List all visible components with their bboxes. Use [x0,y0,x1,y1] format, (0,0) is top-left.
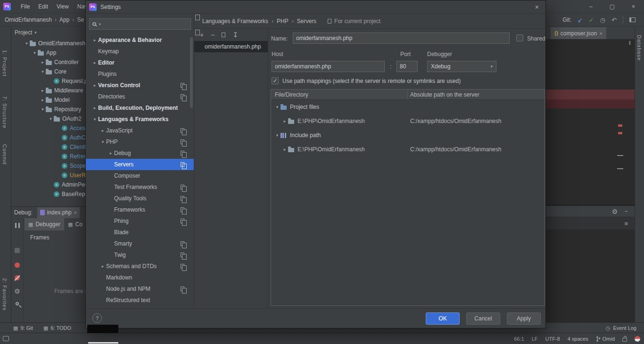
tree-arrow-icon[interactable]: ▸ [91,60,98,65]
tree-arrow-icon[interactable]: ▾ [32,50,38,55]
mapping-table-row[interactable]: ▸E:\PHP\OmidErfanmaneshC:/xampp/htdocs/O… [271,114,545,128]
tree-arrow-icon[interactable]: ▸ [99,128,106,133]
mapping-table-row[interactable]: ▾Project files [271,100,545,114]
remove-server-button[interactable]: − [211,31,215,39]
tree-arrow-icon[interactable]: ▾ [40,107,46,112]
project-tree-item[interactable]: ▾Repository [11,105,85,114]
rollback-icon[interactable]: ↶ [611,16,617,24]
close-icon[interactable]: × [599,31,602,36]
error-stripe-mark[interactable] [618,124,622,127]
project-tree-item[interactable]: cAuthCod [11,133,85,142]
scrollbar-thumb[interactable] [190,37,193,108]
maximize-button[interactable]: ▢ [602,0,623,13]
tree-arrow-icon[interactable]: ▸ [40,60,46,65]
indent-setting[interactable]: 4 spaces [568,336,588,342]
tree-arrow-icon[interactable]: ▸ [99,264,106,269]
settings-tree-item[interactable]: ▾PHP [86,136,194,147]
error-stripe-mark[interactable] [618,132,622,134]
breadcrumb-item[interactable]: App [59,16,69,23]
settings-tree-item[interactable]: ▸Version Control [86,80,194,91]
port-input[interactable] [396,61,418,72]
settings-tree-item[interactable]: ▸Build, Execution, Deployment [86,102,194,114]
server-name-input[interactable] [293,33,510,44]
project-tree-item[interactable]: cRequest.php [11,76,85,86]
event-log-button[interactable]: ◷ Event Log [606,323,636,333]
tool-strip-button[interactable]: 1: Project [2,50,8,76]
tree-arrow-icon[interactable]: ▾ [24,41,30,46]
project-tree-item[interactable]: ▸Model [11,95,85,105]
settings-tree-item[interactable]: ▸Debug [86,147,194,159]
dialog-titlebar[interactable]: PS Settings × [86,0,545,14]
apply-button[interactable]: Apply [507,312,541,325]
breadcrumb-item[interactable]: OmidErfanmanesh [5,16,52,23]
tree-arrow-icon[interactable]: ▾ [91,117,98,122]
settings-tree-item[interactable]: ▸JavaScript [86,125,194,136]
settings-tree-item[interactable]: Twig [86,249,194,261]
ok-button[interactable]: OK [426,312,460,325]
settings-tree-item[interactable]: Plugins [86,68,194,80]
git-tool-button[interactable]: ▦ 9: Git [13,323,33,333]
line-separator[interactable]: LF [532,336,538,342]
gear-icon[interactable]: ⚙ [612,208,618,215]
history-icon[interactable]: ◷ [600,16,605,24]
project-tree-item[interactable]: ▾App [11,48,85,57]
breadcrumb-item[interactable]: Se [77,16,84,23]
breadcrumb-item[interactable]: PHP [277,18,289,25]
settings-tree-item[interactable]: ▾Languages & Frameworks [86,114,194,125]
tree-arrow-icon[interactable]: ▾ [48,116,54,121]
project-tree-item[interactable]: cScopeRe [11,161,85,171]
dialog-close-button[interactable]: × [535,3,539,11]
git-branch-widget[interactable]: Omid [596,336,615,342]
project-tree-item[interactable]: ▾OmidErfanmanesh [Pe [11,39,85,48]
settings-tree-item[interactable]: Markdown [86,272,194,283]
settings-tree-item[interactable]: Composer [86,170,194,181]
settings-tree-item[interactable]: Frameworks [86,204,194,215]
pin-icon[interactable] [15,302,20,306]
tool-strip-button[interactable]: 2: Favorites [2,278,8,311]
project-tree-item[interactable]: cBaseRepo.pl [11,189,85,199]
project-panel-header[interactable]: Project ▾ [11,26,85,39]
editor-tab-composer[interactable]: {} composer.json × [551,27,606,39]
mapping-table-row[interactable]: ▾Include path [271,128,545,142]
path-mappings-checkbox[interactable]: ✓ [272,77,279,84]
update-project-icon[interactable]: ↙ [578,16,583,24]
debugger-select[interactable]: Xdebug ▾ [427,61,496,72]
tree-arrow-icon[interactable]: ▸ [91,83,98,88]
host-input[interactable] [272,61,385,72]
tree-arrow-icon[interactable]: ▸ [40,88,46,93]
close-button[interactable]: × [623,0,644,13]
tree-arrow-icon[interactable]: ▸ [281,147,288,152]
tab-debugger[interactable]: ▦ Debugger [25,218,64,230]
add-server-button[interactable]: + [200,31,204,39]
project-tree-item[interactable]: cAdminPerso [11,180,85,189]
tree-arrow-icon[interactable]: ▸ [40,98,46,102]
menu-item-file[interactable]: File [17,0,34,13]
settings-tree-item[interactable]: Node.js and NPM [86,283,194,295]
debug-session-tab[interactable]: index.php × [37,207,80,218]
settings-search[interactable]: ▾ [89,18,191,30]
project-tree-item[interactable]: ▸Controller [11,57,85,67]
project-tree-item[interactable]: ▾Core [11,67,85,76]
highlight-level-icon[interactable] [635,336,640,342]
tree-arrow-icon[interactable]: ▾ [274,133,281,138]
settings-tree-item[interactable]: Servers [86,159,194,170]
settings-tree-item[interactable]: Test Frameworks [86,181,194,193]
hide-panel-icon[interactable]: − [624,208,628,215]
tree-arrow-icon[interactable]: ▸ [91,106,98,110]
tree-arrow-icon[interactable]: ▾ [99,139,106,144]
tool-windows-icon[interactable] [629,17,636,22]
settings-tree-item[interactable]: Keymap [86,46,194,57]
stop-icon[interactable] [15,248,20,253]
tab-console[interactable]: ▦ Co [64,218,85,230]
cancel-button[interactable]: Cancel [466,312,500,325]
lock-icon[interactable] [622,338,627,342]
settings-tree-item[interactable]: Quality Tools [86,193,194,204]
search-input[interactable] [102,21,188,27]
commit-icon[interactable]: ✓ [589,16,594,24]
breadcrumb-item[interactable]: Languages & Frameworks [202,18,268,25]
shared-checkbox[interactable] [516,34,523,41]
project-tree-item[interactable]: cRefreshT [11,152,85,161]
import-icon[interactable]: ↧ [232,31,238,39]
mapping-table-row[interactable]: ▸E:\PHP\OmidErfanmaneshC:/xampp/htdocs/O… [271,142,545,156]
tree-arrow-icon[interactable]: ▾ [40,69,46,74]
